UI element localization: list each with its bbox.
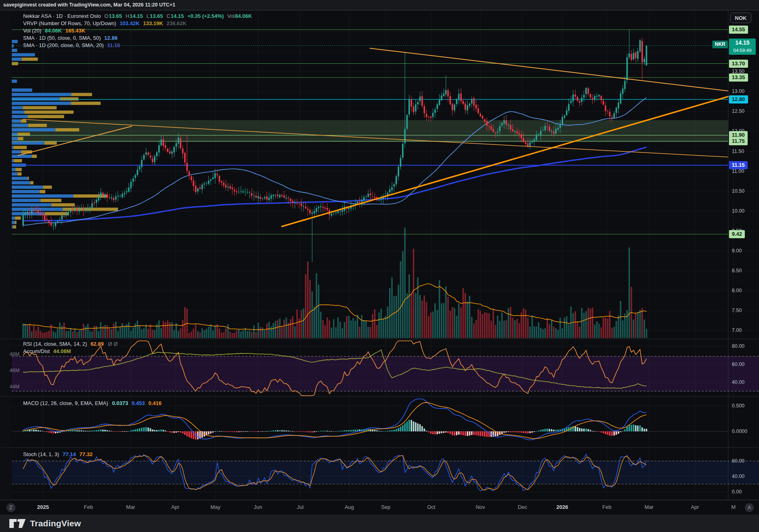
volume-label: Vol [227,13,234,19]
high-label: H [125,13,129,19]
time-axis-label: Jun [254,504,262,510]
price-level-badge: 14.55 [729,26,748,34]
price-tick-label: 11.50 [732,148,744,155]
time-axis-label: 2025 [37,504,49,510]
price-tick-label: 7.00 [732,327,742,334]
accum-dist-legend[interactable]: Accum/Dist 44.08M [23,348,71,355]
chart-canvas[interactable] [0,0,759,532]
price-tick-label: 80.00 [732,343,744,349]
auto-scale-button[interactable]: A [745,503,754,512]
accum-dist-value: 44.08M [53,348,71,354]
legend-sma50-row[interactable]: SMA · 1D (50, close, 0, SMA, 50) 12.86 [23,34,254,42]
vol20-title[interactable]: Vol (20) [23,28,41,34]
price-tick-label: 9.00 [732,248,742,254]
time-axis-label: M [731,504,736,510]
sma50-title[interactable]: SMA · 1D (50, close, 0, SMA, 50) [23,35,101,41]
stoch-d-value: 77.32 [80,451,93,457]
price-tick-label: 10.50 [732,188,744,194]
low-value: 13.65 [150,13,163,19]
time-axis-label: Mar [645,504,654,510]
timezone-button[interactable]: Z [6,503,15,512]
sma50-value: 12.86 [104,35,118,41]
macd-line-value: 0.453 [132,400,145,406]
time-axis-label: May [211,504,221,510]
time-axis-label: Jul [297,504,304,510]
tradingview-logo-icon[interactable] [9,519,26,528]
close-value: 14.15 [171,13,184,19]
accum-dist-tick-label: 46M [6,367,19,374]
tradingview-chart-screenshot: savepiginvest created with TradingView.c… [0,0,759,532]
currency-button[interactable]: NOK [730,13,751,23]
legend-vrvp-row[interactable]: VRVP (Number Of Rows, 70, Up/Down) 103.4… [23,20,254,27]
indicator-legend: Nekkar ASA · 1D · Euronext Oslo O13.65 H… [23,13,254,49]
time-axis-label: Sep [381,504,390,510]
current-price-badge: 14.15 04:59:49 [729,39,756,55]
sma200-value: 11.16 [107,42,120,48]
stoch-legend[interactable]: Stoch (14, 1, 3) 77.14 77.32 [23,451,92,458]
vrvp-up-value: 103.42K [120,20,140,26]
open-value: 13.65 [109,13,122,19]
price-tick-label: 0.0000 [732,428,747,435]
price-tick-label: 8.00 [732,287,742,294]
time-axis-label: Apr [691,504,699,510]
stoch-k-value: 77.14 [63,451,76,457]
price-tick-label: 8.50 [732,267,742,274]
time-axis-label: Apr [171,504,179,510]
price-tick-label: 12.50 [732,108,744,114]
vrvp-down-value: 133.19K [143,20,163,26]
time-axis-label: Aug [344,504,354,510]
price-level-badge: 13.35 [729,73,748,82]
time-axis-label: Feb [84,504,93,510]
price-tick-label: 0.500 [732,403,744,409]
time-axis-label: Mar [126,504,135,510]
stoch-title[interactable]: Stoch (14, 1, 3) [23,451,59,457]
symbol-price-tag: NKR [712,41,728,48]
current-price: 14.15 [729,39,756,47]
symbol-title[interactable]: Nekkar ASA · 1D · Euronext Oslo [23,13,101,19]
accum-dist-tick-label: 48M [6,351,19,358]
bar-countdown: 04:59:49 [729,47,756,54]
vol20-value2: 165.43K [65,28,85,34]
legend-sma200-row[interactable]: SMA · 1D (200, close, 0, SMA, 20) 11.16 [23,42,254,49]
macd-hist-value: 0.0373 [112,400,128,406]
rsi-legend[interactable]: RSI (14, close, SMA, 14, 2) 62.89 Ø Ø [23,340,118,347]
price-tick-label: 13.00 [732,88,744,95]
time-axis-label: Nov [475,504,485,510]
legend-volume-row[interactable]: Vol (20) 84.06K 165.43K [23,27,254,34]
change-value: +0.35 (+2.54%) [187,13,224,19]
price-level-badge: 9.42 [729,230,745,238]
volume-value: 84.06K [235,13,252,19]
price-level-badge: 11.15 [729,161,748,169]
rsi-title[interactable]: RSI (14, close, SMA, 14, 2) [23,341,87,347]
open-label: O [104,13,108,19]
accum-dist-tick-label: 44M [6,383,19,390]
price-tick-label: 0.00 [732,489,742,495]
accum-dist-title[interactable]: Accum/Dist [23,348,50,354]
vrvp-total-value: 236.62K [166,20,186,26]
low-label: L [146,13,149,19]
time-axis-label: Oct [427,504,435,510]
legend-symbol-row[interactable]: Nekkar ASA · 1D · Euronext Oslo O13.65 H… [23,13,254,20]
price-tick-label: 40.00 [732,473,744,480]
price-tick-label: 80.00 [732,458,744,464]
price-tick-label: 40.00 [732,379,744,386]
vol20-value1: 84.06K [45,28,62,34]
price-tick-label: 60.00 [732,361,744,368]
rsi-value: 62.89 [90,341,104,347]
macd-title[interactable]: MACD (12, 26, close, 9, EMA, EMA) [23,400,108,406]
price-level-badge: 13.70 [729,60,748,68]
time-axis[interactable]: Z 2025FebMarAprMayJunJulAugSepOctNovDec2… [0,500,759,515]
time-axis-label: Dec [518,504,527,510]
tradingview-logo-text[interactable]: TradingView [30,519,81,528]
price-tick-label: 7.50 [732,307,742,314]
price-level-badge: 11.75 [729,137,748,145]
time-axis-label: 2026 [557,504,568,510]
footer-bar: TradingView [0,515,759,532]
macd-legend[interactable]: MACD (12, 26, close, 9, EMA, EMA) 0.0373… [23,400,161,407]
time-axis-label: Feb [602,504,611,510]
left-margin [0,10,11,515]
rsi-extra-values: Ø Ø [108,341,118,347]
high-value: 14.15 [130,13,143,19]
vrvp-title[interactable]: VRVP (Number Of Rows, 70, Up/Down) [23,20,116,26]
sma200-title[interactable]: SMA · 1D (200, close, 0, SMA, 20) [23,42,104,48]
